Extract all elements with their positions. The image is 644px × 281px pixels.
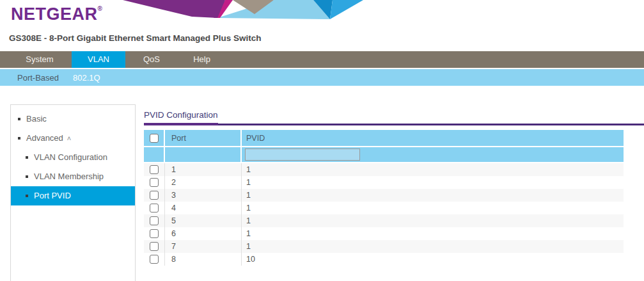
row-cell-select (144, 240, 165, 253)
pvid-value: 1 (246, 165, 251, 174)
sidebar-item-basic[interactable]: Basic (11, 109, 135, 129)
row-cell-pvid: 10 (242, 253, 624, 266)
page-title: PVID Configuration (144, 110, 218, 125)
port-value: 3 (171, 191, 176, 200)
sidebar-item-label: VLAN Configuration (34, 152, 107, 162)
table-row[interactable]: 7 1 (144, 240, 624, 253)
table-row[interactable]: 3 1 (144, 189, 624, 202)
filter-cell-select (144, 147, 165, 162)
table-body: 1 1 2 1 3 1 4 1 (144, 163, 624, 266)
row-cell-pvid: 1 (242, 176, 624, 189)
header-cell-select (144, 130, 165, 146)
subnav-item-port-based[interactable]: Port-Based (17, 73, 59, 83)
table-row[interactable]: 4 1 (144, 202, 624, 214)
port-value: 5 (171, 216, 176, 225)
row-cell-select (144, 163, 165, 176)
bullet-icon (26, 156, 28, 159)
filter-cell-pvid (242, 147, 624, 162)
row-cell-port: 8 (165, 253, 242, 266)
select-all-checkbox[interactable] (150, 134, 159, 143)
table-row[interactable]: 2 1 (144, 176, 624, 189)
bullet-icon (26, 175, 28, 178)
filter-cell-port (165, 147, 242, 162)
row-checkbox[interactable] (150, 178, 159, 187)
row-cell-port: 1 (165, 163, 242, 176)
nav-spacer (0, 51, 8, 68)
sidebar-item-vlan-configuration[interactable]: VLAN Configuration (11, 148, 135, 167)
row-checkbox[interactable] (150, 191, 159, 200)
netgear-logo-text: NETGEAR (11, 4, 98, 24)
row-cell-select (144, 227, 165, 240)
column-header-pvid: PVID (246, 134, 265, 143)
row-cell-pvid: 1 (242, 163, 624, 176)
row-cell-port: 4 (165, 202, 242, 214)
row-cell-select (144, 202, 165, 214)
vlan-subnav: Port-Based 802.1Q (0, 69, 644, 86)
row-checkbox[interactable] (150, 216, 159, 225)
tab-qos[interactable]: QoS (127, 51, 177, 68)
tab-help[interactable]: Help (178, 51, 226, 68)
pvid-filter-input[interactable] (245, 149, 360, 161)
port-value: 8 (171, 255, 176, 264)
table-row[interactable]: 8 10 (144, 253, 624, 266)
device-title: GS308E - 8-Port Gigabit Ethernet Smart M… (9, 33, 262, 43)
pvid-value: 1 (246, 191, 251, 200)
row-cell-pvid: 1 (242, 214, 624, 227)
row-cell-pvid: 1 (242, 202, 624, 214)
pvid-value: 1 (246, 216, 251, 225)
pvid-table: Port PVID 1 1 (144, 130, 624, 266)
port-value: 6 (171, 229, 176, 238)
table-row[interactable]: 5 1 (144, 214, 624, 227)
row-cell-port: 6 (165, 227, 242, 240)
table-filter-row (144, 147, 624, 162)
netgear-logo: NETGEAR® (11, 4, 102, 24)
tab-vlan[interactable]: VLAN (72, 51, 125, 68)
port-value: 7 (171, 242, 176, 251)
sidebar-item-advanced[interactable]: Advanced˄ (11, 129, 135, 148)
row-checkbox[interactable] (150, 165, 159, 174)
nav-filler (227, 51, 644, 68)
page: NETGEAR® GS308E - 8-Port Gigabit Etherne… (0, 0, 644, 281)
table-row[interactable]: 6 1 (144, 227, 624, 240)
main-nav: System VLAN QoS Help (0, 51, 644, 68)
bullet-icon (18, 137, 20, 140)
table-header-row: Port PVID (144, 130, 624, 146)
registered-trademark: ® (98, 5, 103, 12)
port-value: 2 (171, 178, 176, 187)
row-checkbox[interactable] (150, 229, 159, 238)
section-title-bar: PVID Configuration (144, 109, 644, 125)
row-cell-port: 5 (165, 214, 242, 227)
row-cell-pvid: 1 (242, 227, 624, 240)
column-header-port: Port (171, 134, 186, 143)
row-cell-port: 3 (165, 189, 242, 202)
sidebar-item-vlan-membership[interactable]: VLAN Membership (11, 167, 135, 186)
header-cell-pvid: PVID (242, 130, 624, 146)
sidebar-item-label: Basic (26, 114, 47, 124)
row-cell-port: 7 (165, 240, 242, 253)
pvid-value: 1 (246, 229, 251, 238)
sidebar-item-label: Advanced (26, 133, 63, 143)
port-value: 4 (171, 204, 176, 213)
row-cell-pvid: 1 (242, 189, 624, 202)
sidebar-item-label: VLAN Membership (34, 172, 104, 181)
bullet-icon (18, 118, 20, 120)
pvid-value: 1 (246, 204, 251, 213)
sidebar-item-port-pvid[interactable]: Port PVID (11, 186, 135, 205)
subnav-item-8021q[interactable]: 802.1Q (73, 73, 100, 83)
table-row[interactable]: 1 1 (144, 163, 624, 176)
pvid-value: 10 (246, 255, 255, 264)
sidebar-item-label: Port PVID (34, 191, 71, 200)
row-checkbox[interactable] (150, 242, 159, 251)
row-checkbox[interactable] (150, 204, 159, 213)
port-value: 1 (171, 165, 176, 174)
header-cell-port: Port (165, 130, 242, 146)
pvid-value: 1 (246, 178, 251, 187)
row-checkbox[interactable] (150, 255, 159, 264)
row-cell-select (144, 176, 165, 189)
pvid-value: 1 (246, 242, 251, 251)
bullet-icon (26, 195, 28, 197)
row-cell-select (144, 214, 165, 227)
collapse-caret-icon: ˄ (67, 134, 71, 142)
row-cell-select (144, 253, 165, 266)
tab-system[interactable]: System (9, 51, 70, 68)
